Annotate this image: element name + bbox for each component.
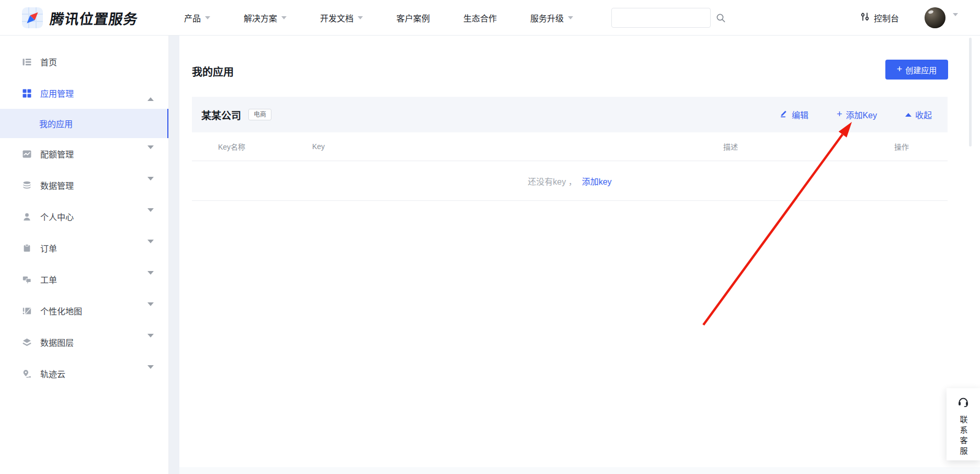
- nav-item-solutions[interactable]: 解决方案: [244, 12, 287, 24]
- sidebar-item-tickets[interactable]: 工单: [0, 264, 168, 295]
- add-key-button[interactable]: + 添加Key: [837, 108, 877, 121]
- chevron-up-icon: [905, 113, 911, 117]
- create-app-label: 创建应用: [905, 64, 937, 75]
- key-table-header: Key名称 Key 描述 操作: [192, 132, 948, 161]
- edit-label: 编辑: [792, 108, 808, 121]
- sidebar: 首页 应用管理 我的应用: [0, 36, 169, 474]
- avatar[interactable]: [925, 7, 945, 28]
- sidebar-item-label: 个性化地图: [40, 304, 82, 317]
- sidebar-item-label: 订单: [40, 242, 57, 254]
- sidebar-item-orders[interactable]: 订单: [0, 232, 168, 264]
- app-card-header: 某某公司 电商 编辑 + 添加Key: [192, 97, 948, 132]
- sidebar-item-personal-center[interactable]: 个人中心: [0, 201, 168, 232]
- headset-icon: [957, 396, 970, 410]
- sidebar-item-label: 轨迹云: [40, 367, 65, 380]
- chevron-down-icon: [147, 180, 154, 190]
- compass-logo-icon: [22, 7, 43, 28]
- column-header-key-name: Key名称: [218, 141, 312, 152]
- quota-chart-icon: [22, 149, 31, 159]
- order-clipboard-icon: [22, 243, 31, 253]
- create-app-button[interactable]: + 创建应用: [885, 60, 948, 80]
- chevron-down-icon: [147, 306, 154, 315]
- chevron-down-icon: [205, 16, 210, 19]
- chevron-down-icon: [147, 369, 154, 378]
- custom-map-icon: [22, 306, 31, 315]
- column-header-description: 描述: [723, 141, 894, 152]
- nav-item-docs[interactable]: 开发文档: [320, 12, 363, 24]
- add-key-label: 添加Key: [846, 108, 877, 121]
- column-header-actions: 操作: [894, 141, 948, 152]
- nav-item-label: 开发文档: [320, 12, 354, 24]
- nav-item-cases[interactable]: 客户案例: [396, 12, 430, 24]
- sidebar-item-home[interactable]: 首页: [0, 46, 168, 77]
- app-card-actions: 编辑 + 添加Key 收起: [780, 97, 932, 132]
- chevron-down-icon: [147, 337, 154, 347]
- sidebar-item-label: 我的应用: [39, 117, 73, 130]
- empty-state-text: 还没有key ，: [528, 175, 576, 187]
- console-label: 控制台: [874, 12, 899, 24]
- nav-item-service-upgrade[interactable]: 服务升级: [530, 12, 573, 24]
- nav-item-label: 服务升级: [530, 12, 564, 24]
- chevron-down-icon: [281, 16, 287, 19]
- contact-support-label: 联系客服: [958, 415, 969, 457]
- brand[interactable]: 腾讯位置服务: [22, 7, 138, 28]
- nav-item-label: 产品: [184, 12, 201, 24]
- home-list-icon: [22, 57, 31, 66]
- database-icon: [22, 180, 31, 190]
- screen: 腾讯位置服务 产品 解决方案 开发文档 客户案例 生态合作 服务升级: [0, 0, 980, 474]
- chevron-down-icon: [147, 275, 154, 284]
- sidebar-item-data-layers[interactable]: 数据图层: [0, 326, 168, 358]
- plus-icon: +: [897, 64, 903, 74]
- nav-menu: 产品 解决方案 开发文档 客户案例 生态合作 服务升级: [184, 0, 573, 36]
- search-icon[interactable]: [716, 13, 726, 23]
- scrollbar-thumb[interactable]: [969, 38, 972, 146]
- layers-icon: [22, 337, 31, 347]
- sidebar-item-label: 配额管理: [40, 148, 74, 160]
- sidebar-item-label: 数据管理: [40, 179, 74, 191]
- nav-item-products[interactable]: 产品: [184, 12, 210, 24]
- chevron-down-icon: [147, 212, 154, 221]
- nav-item-label: 生态合作: [463, 12, 497, 24]
- add-key-link[interactable]: 添加key: [582, 175, 612, 187]
- sidebar-item-quota[interactable]: 配额管理: [0, 138, 168, 170]
- app-card: 某某公司 电商 编辑 + 添加Key: [192, 97, 948, 201]
- sidebar-item-label: 个人中心: [40, 210, 74, 223]
- empty-key-row: 还没有key ， 添加key: [192, 161, 948, 201]
- edit-button[interactable]: 编辑: [780, 108, 808, 121]
- sidebar-item-data-management[interactable]: 数据管理: [0, 170, 168, 201]
- pencil-icon: [780, 109, 788, 120]
- nav-item-label: 解决方案: [244, 12, 277, 24]
- apps-grid-icon: [22, 88, 31, 98]
- main-content: 我的应用 + 创建应用 某某公司 电商 编辑: [179, 36, 980, 474]
- collapse-button[interactable]: 收起: [905, 108, 932, 121]
- sidebar-item-label: 应用管理: [40, 87, 74, 99]
- avatar-menu[interactable]: [953, 16, 958, 26]
- plus-icon: +: [837, 109, 842, 119]
- sidebar-item-label: 工单: [40, 273, 57, 286]
- footer-strip: [179, 467, 980, 474]
- chevron-down-icon: [147, 243, 154, 253]
- user-icon: [22, 212, 31, 221]
- collapse-label: 收起: [915, 108, 932, 121]
- column-header-key: Key: [312, 142, 723, 151]
- chevron-up-icon: [147, 88, 154, 98]
- top-navbar: 腾讯位置服务 产品 解决方案 开发文档 客户案例 生态合作 服务升级: [0, 0, 980, 36]
- sidebar-item-custom-map[interactable]: 个性化地图: [0, 295, 168, 326]
- chevron-down-icon: [568, 16, 573, 19]
- search-input[interactable]: [612, 8, 716, 27]
- nav-item-ecosystem[interactable]: 生态合作: [463, 12, 497, 24]
- chevron-down-icon: [953, 13, 958, 25]
- sidebar-item-label: 首页: [40, 55, 57, 68]
- ticket-chat-icon: [22, 275, 31, 284]
- sidebar-item-my-apps[interactable]: 我的应用: [0, 109, 168, 138]
- track-cloud-icon: [22, 369, 31, 378]
- chevron-down-icon: [358, 16, 363, 19]
- app-name: 某某公司: [201, 108, 241, 122]
- sidebar-item-track-cloud[interactable]: 轨迹云: [0, 358, 168, 389]
- contact-support-button[interactable]: 联系客服: [947, 388, 980, 460]
- sidebar-item-label: 数据图层: [40, 336, 74, 348]
- sidebar-item-app-management[interactable]: 应用管理: [0, 77, 168, 109]
- console-link[interactable]: 控制台: [860, 0, 899, 36]
- search-box: [611, 8, 711, 28]
- nav-item-label: 客户案例: [396, 12, 430, 24]
